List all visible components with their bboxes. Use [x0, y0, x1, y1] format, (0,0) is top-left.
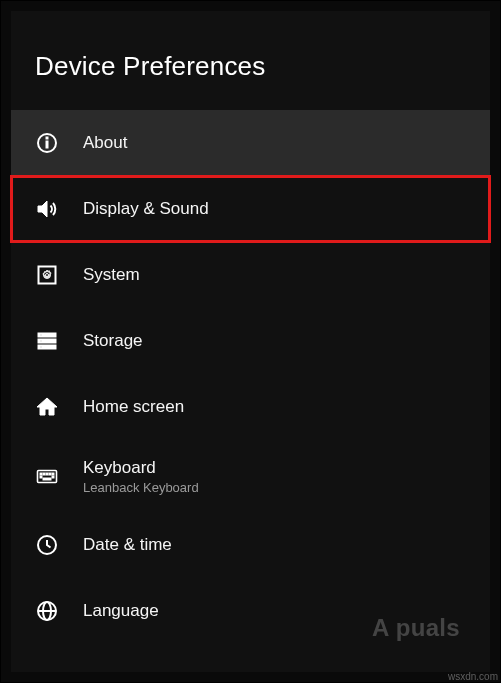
item-label: About [83, 133, 127, 153]
item-label: Display & Sound [83, 199, 209, 219]
menu-item-about[interactable]: About [11, 110, 490, 176]
item-label: System [83, 265, 140, 285]
item-label: Storage [83, 331, 143, 351]
menu-item-system[interactable]: System [11, 242, 490, 308]
settings-panel: Device Preferences AboutDisplay & SoundS… [11, 11, 490, 672]
menu-item-storage[interactable]: Storage [11, 308, 490, 374]
page-title: Device Preferences [11, 11, 490, 110]
item-labels: System [83, 265, 140, 285]
menu-item-home[interactable]: Home screen [11, 374, 490, 440]
item-labels: Date & time [83, 535, 172, 555]
svg-rect-1 [46, 141, 48, 148]
watermark-wsxdn: wsxdn.com [448, 671, 498, 682]
svg-rect-14 [46, 473, 48, 475]
home-icon [35, 395, 59, 419]
svg-rect-12 [40, 473, 42, 475]
info-icon [35, 131, 59, 155]
item-labels: Language [83, 601, 159, 621]
svg-rect-15 [49, 473, 51, 475]
globe-icon [35, 599, 59, 623]
item-labels: About [83, 133, 127, 153]
item-label: Home screen [83, 397, 184, 417]
svg-rect-16 [52, 473, 54, 475]
svg-rect-9 [40, 340, 42, 341]
item-subtitle: Leanback Keyboard [83, 480, 199, 495]
keyboard-icon [35, 464, 59, 488]
item-label: Date & time [83, 535, 172, 555]
menu-item-datetime[interactable]: Date & time [11, 512, 490, 578]
item-labels: Display & Sound [83, 199, 209, 219]
svg-rect-18 [52, 476, 54, 478]
system-icon [35, 263, 59, 287]
item-label: Language [83, 601, 159, 621]
storage-icon [35, 329, 59, 353]
menu-item-keyboard[interactable]: KeyboardLeanback Keyboard [11, 440, 490, 512]
svg-rect-2 [46, 137, 48, 139]
item-label: Keyboard [83, 458, 199, 478]
item-labels: KeyboardLeanback Keyboard [83, 458, 199, 495]
item-labels: Home screen [83, 397, 184, 417]
menu-item-language[interactable]: Language [11, 578, 490, 644]
svg-rect-19 [43, 478, 51, 480]
menu-item-display[interactable]: Display & Sound [11, 176, 490, 242]
speaker-icon [35, 197, 59, 221]
svg-rect-17 [40, 476, 42, 478]
svg-point-4 [46, 274, 49, 277]
svg-rect-10 [40, 346, 42, 347]
svg-rect-13 [43, 473, 45, 475]
svg-rect-8 [40, 334, 42, 335]
preferences-list: AboutDisplay & SoundSystemStorageHome sc… [11, 110, 490, 644]
clock-icon [35, 533, 59, 557]
item-labels: Storage [83, 331, 143, 351]
